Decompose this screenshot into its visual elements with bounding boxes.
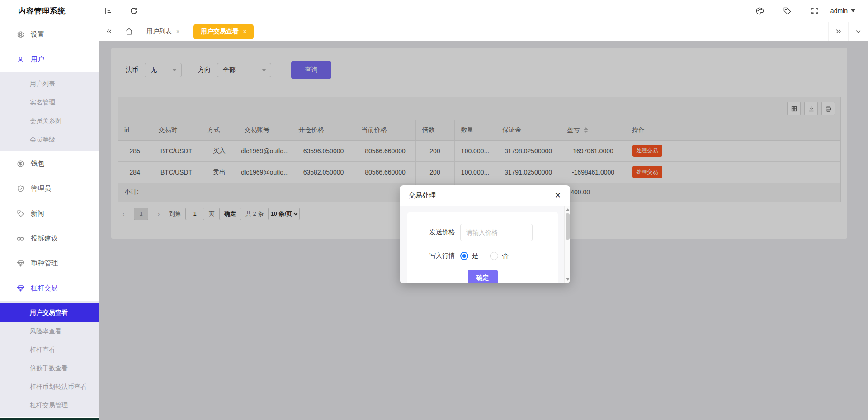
modal-header: 交易处理 ✕ — [400, 185, 570, 206]
radio-no[interactable]: 否 — [490, 252, 508, 260]
close-icon[interactable]: ✕ — [555, 192, 561, 199]
refresh-icon — [130, 7, 138, 15]
scroll-up-icon[interactable] — [565, 207, 570, 212]
link-icon — [16, 235, 24, 243]
theme-button[interactable] — [755, 7, 764, 15]
app-title: 内容管理系统 — [0, 6, 99, 16]
sidebar-item-label: 杠杆交易 — [31, 284, 58, 293]
tab-user-list[interactable]: 用户列表 × — [139, 22, 187, 41]
modal-scrollbar[interactable] — [564, 206, 570, 283]
sidebar-item-users[interactable]: 用户 — [0, 47, 99, 72]
collapse-sidebar-button[interactable] — [99, 0, 118, 22]
tag-icon — [16, 210, 24, 218]
price-form-row: 发送价格 — [407, 224, 558, 241]
sidebar-subitem-leverage-view[interactable]: 杠杆查看 — [0, 340, 99, 359]
sidebar-item-label: 币种管理 — [31, 259, 58, 268]
modal-confirm-button[interactable]: 确定 — [468, 270, 498, 283]
sidebar-item-label: 新闻 — [31, 209, 44, 218]
tab-user-trades[interactable]: 用户交易查看 × — [193, 24, 254, 39]
home-icon — [125, 28, 133, 35]
sidebar-subitem-multiple-lots[interactable]: 倍数手数查看 — [0, 359, 99, 378]
scrollbar-thumb[interactable] — [566, 213, 570, 240]
sidebar-item-leverage[interactable]: 杠杆交易 — [0, 276, 99, 301]
sidebar-subitem-user-list[interactable]: 用户列表 — [0, 75, 99, 93]
price-input[interactable] — [460, 224, 533, 241]
sidebar-item-news[interactable]: 新闻 — [0, 201, 99, 226]
gem-icon — [16, 284, 24, 293]
modal-body: 发送价格 写入行情 是 否 确定 — [400, 206, 570, 283]
gear-icon — [16, 31, 24, 39]
sidebar-subitem-member-level[interactable]: 会员等级 — [0, 130, 99, 149]
scroll-down-icon[interactable] — [565, 277, 570, 282]
tab-label: 用户列表 — [146, 28, 172, 36]
price-label: 发送价格 — [407, 228, 460, 236]
gem-icon — [16, 260, 24, 268]
user-name: admin — [830, 7, 848, 14]
tag-icon — [783, 7, 792, 15]
radio-dot-icon — [490, 252, 498, 260]
sidebar-subitem-transfer-view[interactable]: 杠杆币划转法币查看 — [0, 378, 99, 396]
user-icon — [16, 56, 24, 64]
trade-process-modal: 交易处理 ✕ 发送价格 写入行情 是 — [400, 185, 570, 283]
sidebar-item-label: 设置 — [31, 30, 44, 39]
shield-check-icon — [16, 185, 24, 193]
tag-button[interactable] — [783, 7, 792, 15]
dollar-icon — [16, 160, 24, 168]
sidebar-item-admins[interactable]: 管理员 — [0, 176, 99, 201]
user-menu[interactable]: admin — [830, 7, 855, 14]
tabs-scroll-left-button[interactable] — [99, 22, 119, 41]
close-icon[interactable]: × — [243, 28, 246, 35]
palette-icon — [755, 7, 764, 15]
sidebar-item-label: 钱包 — [31, 160, 44, 168]
market-form-row: 写入行情 是 否 — [407, 252, 558, 260]
tab-bar: 用户列表 × 用户交易查看 × — [99, 22, 868, 41]
tabs-menu-button[interactable] — [848, 22, 868, 41]
shrink-icon — [104, 7, 113, 15]
sidebar-subitem-user-trades[interactable]: 用户交易查看 — [0, 303, 99, 322]
chevrons-right-icon — [835, 28, 842, 35]
caret-down-icon — [851, 9, 855, 12]
submenu-users: 用户列表 实名管理 会员关系图 会员等级 — [0, 72, 99, 151]
tabs-scroll-right-button[interactable] — [828, 22, 848, 41]
main-content: 法币 无 方向 全部 查询 — [99, 41, 868, 420]
modal-form-panel: 发送价格 写入行情 是 否 确定 — [407, 212, 558, 283]
sidebar: 设置 用户 用户列表 实名管理 会员关系图 会员等级 钱包 管理员 — [0, 22, 99, 420]
sidebar-item-label: 管理员 — [31, 184, 51, 193]
submenu-leverage: 用户交易查看 风险率查看 杠杆查看 倍数手数查看 杠杆币划转法币查看 杠杆交易管… — [0, 301, 99, 417]
close-icon[interactable]: × — [176, 28, 179, 35]
radio-dot-icon — [460, 252, 468, 260]
sidebar-bottom-strip — [0, 418, 99, 420]
refresh-button[interactable] — [125, 0, 143, 22]
chevron-down-icon — [855, 28, 862, 35]
sidebar-subitem-leverage-manage[interactable]: 杠杆交易管理 — [0, 396, 99, 415]
tab-label: 用户交易查看 — [201, 28, 239, 36]
sidebar-item-label: 用户 — [31, 55, 44, 64]
radio-yes[interactable]: 是 — [460, 252, 478, 260]
market-label: 写入行情 — [407, 252, 460, 260]
sidebar-item-feedback[interactable]: 投拆建议 — [0, 226, 99, 251]
radio-no-label: 否 — [502, 252, 508, 260]
radio-yes-label: 是 — [472, 252, 478, 260]
fullscreen-button[interactable] — [811, 7, 819, 15]
sidebar-item-label: 投拆建议 — [31, 234, 58, 243]
sidebar-subitem-realname[interactable]: 实名管理 — [0, 93, 99, 112]
sidebar-item-settings[interactable]: 设置 — [0, 22, 99, 47]
modal-title: 交易处理 — [409, 191, 436, 200]
sidebar-subitem-risk-rate[interactable]: 风险率查看 — [0, 322, 99, 340]
sidebar-item-wallet[interactable]: 钱包 — [0, 151, 99, 176]
app-header: 内容管理系统 — [0, 0, 868, 22]
sidebar-subitem-member-graph[interactable]: 会员关系图 — [0, 112, 99, 130]
sidebar-item-coins[interactable]: 币种管理 — [0, 251, 99, 276]
fullscreen-icon — [811, 7, 819, 15]
tab-home-button[interactable] — [119, 22, 139, 41]
chevrons-left-icon — [106, 28, 113, 35]
